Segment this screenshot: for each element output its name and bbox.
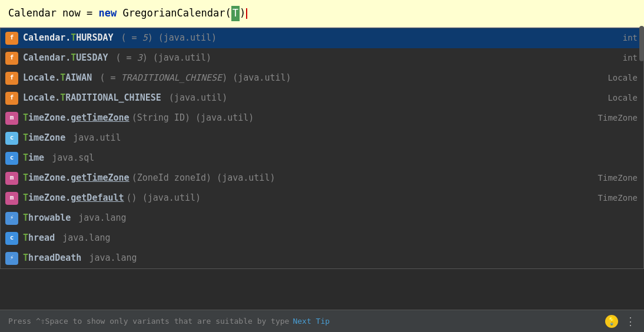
item-type: int [611,32,638,44]
hint-text: Press ^⇧Space to show only variants that… [8,317,289,326]
autocomplete-popup: f Calendar.THURSDAY ( = 5) (java.util) i… [0,28,644,269]
list-item[interactable]: m TimeZone.getDefault() (java.util) Time… [1,188,643,208]
scrollbar-thumb[interactable] [639,26,644,61]
method-icon: m [5,172,18,185]
item-type: TimeZone [586,112,638,124]
list-item[interactable]: m TimeZone.getTimeZone(ZoneId zoneId) (j… [1,168,643,188]
item-text: TimeZone.getDefault() (java.util) [23,191,201,205]
bulb-icon[interactable]: 💡 [605,315,618,328]
code-suffix: ) [240,7,245,19]
throwable-icon: ⚡ [5,252,18,265]
list-item[interactable]: m TimeZone.getTimeZone(String ID) (java.… [1,108,643,128]
list-item[interactable]: ⚡ ThreadDeath java.lang [1,248,643,268]
cursor-char: T [231,6,240,21]
item-text: Locale.TAIWAN ( = TRADITIONAL_CHINESE) (… [23,71,291,85]
list-item[interactable]: f Calendar.THURSDAY ( = 5) (java.util) i… [1,28,643,48]
field-icon: f [5,92,18,105]
item-text: Throwable java.lang [23,211,127,225]
list-item[interactable]: f Locale.TAIWAN ( = TRADITIONAL_CHINESE)… [1,68,643,88]
code-prefix: Calendar now = [8,7,99,19]
more-options-icon[interactable]: ⋮ [625,315,636,327]
item-text: Calendar.THURSDAY ( = 5) (java.util) [23,31,217,45]
list-item[interactable]: ⚡ Throwable java.lang [1,208,643,228]
editor-line: Calendar now = new GregorianCalendar(T) [0,0,644,28]
list-item[interactable]: f Calendar.TUESDAY ( = 3) (java.util) in… [1,48,643,68]
item-text: ThreadDeath java.lang [23,251,137,265]
next-tip-link[interactable]: Next Tip [293,317,330,326]
class-icon: c [5,232,18,245]
field-icon: f [5,32,18,45]
item-text: TimeZone.getTimeZone(ZoneId zoneId) (jav… [23,171,275,185]
status-icons: 💡 ⋮ [605,315,636,328]
item-text: Calendar.TUESDAY ( = 3) (java.util) [23,51,211,65]
item-text: Time java.sql [23,151,94,165]
item-type: TimeZone [586,192,638,204]
method-icon: m [5,112,18,125]
class-icon: c [5,132,18,145]
item-text: Thread java.lang [23,231,111,245]
item-type: Locale [596,72,638,84]
cursor [246,8,247,19]
item-text: Locale.TRADITIONAL_CHINESE (java.util) [23,91,227,105]
list-item[interactable]: c TimeZone java.util [1,128,643,148]
class-icon: c [5,152,18,165]
throwable-icon: ⚡ [5,212,18,225]
kw-new: new [99,7,117,19]
code-class: GregorianCalendar( [117,7,231,19]
list-item[interactable]: f Locale.TRADITIONAL_CHINESE (java.util)… [1,88,643,108]
status-bar: Press ^⇧Space to show only variants that… [0,310,644,332]
item-type: Locale [596,92,638,104]
list-item[interactable]: c Time java.sql [1,148,643,168]
method-icon: m [5,192,18,205]
item-type: int [611,52,638,64]
list-item[interactable]: c Thread java.lang [1,228,643,248]
field-icon: f [5,52,18,65]
field-icon: f [5,72,18,85]
item-text: TimeZone java.util [23,131,121,145]
item-text: TimeZone.getTimeZone(String ID) (java.ut… [23,111,254,125]
item-type: TimeZone [586,172,638,184]
